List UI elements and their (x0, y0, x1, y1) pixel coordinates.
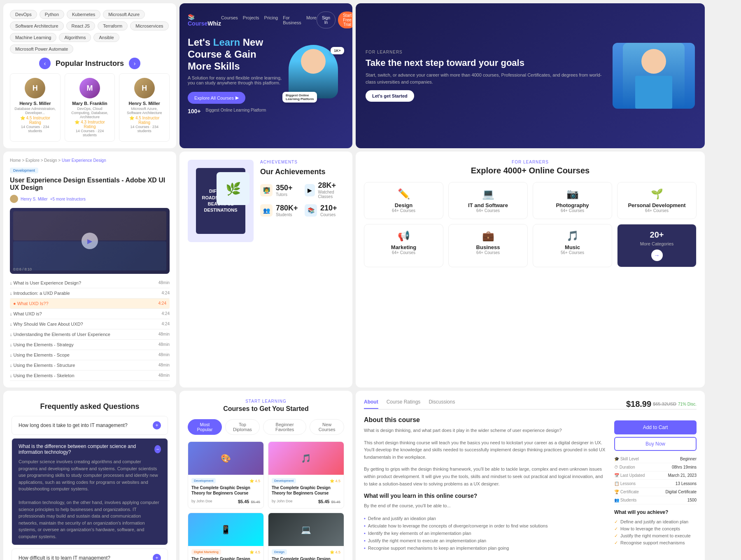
person-illustration (623, 43, 685, 109)
faq-item-2[interactable]: What is the difference between computer … (12, 438, 168, 545)
curriculum-item-7[interactable]: ↓ Using the Elements - Strategy 48min (10, 340, 170, 350)
instructor-card-3[interactable]: H Henry S. Miller Microsoft Azure, Softw… (119, 73, 170, 142)
faq-toggle-1[interactable]: + (153, 421, 161, 429)
instructor-name-link[interactable]: Henry S. Miller (21, 197, 48, 201)
tag-power-automate[interactable]: Microsoft Power Automate (10, 44, 73, 54)
nav-more[interactable]: More (306, 15, 317, 25)
nav-projects[interactable]: Projects (243, 15, 259, 25)
curriculum-item-2[interactable]: ↓ Introduction: a UXD Parable 4:24 (10, 288, 170, 299)
courses-icon: 📚 (305, 204, 317, 217)
nav-business[interactable]: For Business (283, 15, 301, 25)
more-arrow-icon[interactable]: → (651, 250, 663, 261)
faq-q-2: What is the difference between computer … (19, 443, 154, 455)
tag-microservices[interactable]: Microservices (130, 21, 168, 30)
next-step-text: FOR LEARNERS Take the next step toward y… (366, 50, 604, 102)
prev-instructor-btn[interactable]: ‹ (39, 58, 51, 69)
curriculum-item-10[interactable]: ↓ Using the Elements - Skeleton 48min (10, 371, 170, 381)
curriculum-item-1[interactable]: ↓ What is User Experience Design? 48min (10, 278, 170, 288)
start-free-button[interactable]: Start Free Trial (338, 12, 352, 28)
course-card-4[interactable]: 💻 Design ⭐ 4.5 The Complete Graphic Desi… (268, 513, 344, 560)
faq-item-3[interactable]: How difficult is it to learn IT manageme… (12, 548, 168, 560)
course-body-1: Development ⭐ 4.5 The Complete Graphic D… (188, 475, 263, 508)
design-count: 64+ Courses (370, 208, 437, 213)
instructor-card-2[interactable]: M Mary B. Franklin DevOps, Cloud Computi… (65, 73, 115, 142)
tag-algorithms[interactable]: Algorithms (59, 33, 91, 42)
course-card-2[interactable]: 🎵 Development ⭐ 4.5 The Complete Graphic… (268, 441, 344, 509)
tag-azure[interactable]: Microsoft Azure (103, 10, 145, 19)
tag-software-arch[interactable]: Software Architecture (10, 21, 64, 30)
floating-badge-platform: Biggest OnlineLearning Platform (282, 92, 317, 103)
cat-more[interactable]: 20+ More Categories → (617, 224, 697, 267)
what-learn-title: What will you learn in this online cours… (364, 492, 606, 499)
instructor-avatar-3: H (134, 78, 155, 98)
music-icon: 🎵 (539, 230, 606, 242)
explore-courses-btn[interactable]: Explore All Courses ▶ (188, 92, 245, 104)
faq-toggle-3[interactable]: + (153, 554, 161, 560)
course-card-1[interactable]: 🎨 Development ⭐ 4.5 The Complete Graphic… (188, 441, 264, 509)
categories-grid: ✏️ Design 64+ Courses 💻 IT and Software … (364, 182, 697, 267)
next-instructor-btn[interactable]: › (129, 58, 140, 69)
course-body-4: Design ⭐ 4.5 The Complete Graphic Design… (268, 546, 344, 560)
curriculum-item-8[interactable]: ↓ Using the Elements - Scope 48min (10, 350, 170, 360)
cat-design[interactable]: ✏️ Design 64+ Courses (364, 182, 443, 219)
about-course-heading: About this course (364, 416, 606, 424)
about-desc-3: By getting to grips with the design thin… (364, 466, 606, 488)
tab-new-courses[interactable]: New Courses (310, 419, 344, 435)
faq-toggle-2[interactable]: − (154, 445, 161, 453)
cat-business[interactable]: 💼 Business 64+ Courses (448, 224, 528, 267)
instructor-card-1[interactable]: H Henry S. Miller Database Administratio… (10, 73, 61, 142)
dev-badge: Development (10, 168, 38, 173)
tab-most-popular[interactable]: Most Popular (188, 419, 222, 435)
it-count: 64+ Courses (454, 208, 522, 213)
next-step-btn[interactable]: Let's get Started (366, 90, 414, 102)
tag-terraform[interactable]: Terraform (98, 21, 128, 30)
curriculum-item-4[interactable]: ↓ What UXD is? 4:24 (10, 309, 170, 319)
buy-now-btn[interactable]: Buy Now (614, 437, 697, 451)
cat-it[interactable]: 💻 IT and Software 64+ Courses (448, 182, 528, 219)
curriculum-item-3[interactable]: ● What UXD Is?? 4:24 (10, 299, 170, 309)
tag-python[interactable]: Python (40, 10, 64, 19)
cat-photo[interactable]: 📷 Photography 64+ Courses (533, 182, 612, 219)
cat-music[interactable]: 🎵 Music 56+ Courses (533, 224, 612, 267)
add-to-cart-btn[interactable]: Add to Cart (614, 420, 697, 434)
it-title: IT and Software (454, 202, 522, 208)
signin-button[interactable]: Sign In (317, 12, 336, 28)
faq-answer-2: Computer science involves creating algor… (19, 458, 161, 540)
tag-devops[interactable]: DevOps (10, 10, 37, 19)
tab-beginner[interactable]: Beginner Favorites (263, 419, 306, 435)
about-desc-2: This short design thinking course will t… (364, 439, 606, 461)
meta-cert: 🏆 Certificate Digital Certificate (614, 488, 697, 496)
nav-pricing[interactable]: Pricing (264, 15, 278, 25)
cat-personal[interactable]: 🌱 Personal Development 64+ Courses (617, 182, 697, 219)
learn-item-4: Justify the right moment to execute an i… (364, 537, 606, 544)
course-video-area[interactable]: ▶ 0:0:6 / 8:10 (10, 208, 170, 274)
tag-ml[interactable]: Machine Learning (10, 33, 56, 42)
course-card-3[interactable]: 📱 Digital Marketing ⭐ 4.5 The Complete G… (188, 513, 264, 560)
tab-ratings[interactable]: Course Ratings (387, 399, 421, 409)
stat-tutors: 👨‍🏫 350+ Tutors (260, 181, 300, 199)
curriculum-item-6[interactable]: ↓ Understanding the Elements of User Exp… (10, 329, 170, 340)
course-img-3: 📱 (188, 513, 263, 546)
instructor-more[interactable]: +5 more Instructors (50, 197, 86, 201)
faq-item-1[interactable]: How long does it take to get into IT man… (12, 416, 168, 435)
tab-discussions[interactable]: Discussions (429, 399, 455, 409)
hero-image-area: 1K+ Biggest OnlineLearning Platform (282, 45, 344, 107)
instructor-line: Henry S. Miller +5 more Instructors (10, 195, 170, 203)
tag-kubernetes[interactable]: Kubernetes (67, 10, 100, 19)
curriculum-item-5[interactable]: ↓ Why Should We Care About UXD? 4:24 (10, 319, 170, 329)
person-head (641, 49, 666, 74)
curriculum-item-9[interactable]: ↓ Using the Elements - Structure 48min (10, 360, 170, 371)
tab-top-diplomas[interactable]: Top Diplomas (225, 419, 260, 435)
course-img-4: 💻 (268, 513, 344, 546)
hero-prefix: Let's (188, 37, 213, 48)
tag-reactjs[interactable]: React JS (66, 21, 96, 30)
cat-marketing[interactable]: 📢 Marketing 64+ Courses (364, 224, 443, 267)
about-main-section: About this course What is design thinkin… (364, 416, 697, 552)
learn-list: Define and justify an ideation plan Arti… (364, 515, 606, 552)
next-step-image (613, 43, 695, 109)
nav-courses[interactable]: Courses (221, 15, 238, 25)
tag-ansible[interactable]: Ansible (93, 33, 119, 42)
achieve-4: Recognise support mechanisms (614, 539, 697, 546)
instructor-role-3: Microsoft Azure, Software Architecture (124, 107, 165, 115)
tab-about[interactable]: About (364, 399, 378, 409)
